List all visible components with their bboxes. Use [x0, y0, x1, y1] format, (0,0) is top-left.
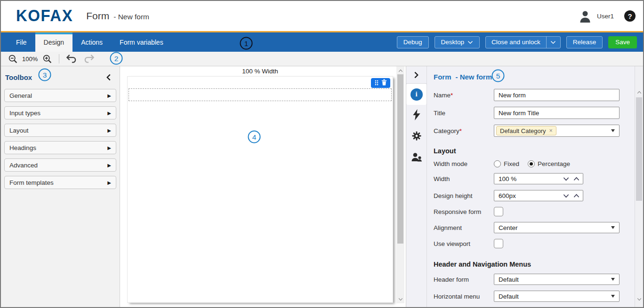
properties-title: Form - New form: [434, 73, 620, 81]
dropdown-arrow-icon: [611, 278, 615, 281]
main-area: Toolbox General ▶ Input types ▶ Layout ▶…: [1, 66, 643, 307]
zoom-out-icon[interactable]: [7, 53, 18, 64]
required-asterisk: *: [451, 92, 453, 99]
close-and-unlock-split-button: Close and unlock: [485, 36, 561, 48]
width-mode-label: Width mode: [434, 160, 494, 167]
name-field[interactable]: [494, 89, 620, 101]
toolbox-item-label: Input types: [9, 110, 40, 117]
page-title: Form - New form: [86, 10, 149, 22]
expand-right-icon: ▶: [107, 145, 111, 150]
properties-scrollbar-thumb[interactable]: [636, 97, 642, 201]
scroll-down-icon[interactable]: [396, 296, 404, 302]
undo-icon[interactable]: [65, 53, 77, 64]
tab-form-variables[interactable]: Form variables: [111, 32, 172, 52]
percentage-radio[interactable]: [528, 160, 535, 167]
kofax-logo: KOFAX: [16, 7, 73, 25]
save-button[interactable]: Save: [608, 36, 637, 48]
width-mode-radio-group: Fixed Percentage: [494, 160, 576, 167]
collapse-properties-icon[interactable]: [406, 66, 427, 84]
toolbox-item-layout[interactable]: Layout ▶: [4, 124, 116, 137]
toolbox-item-form-templates[interactable]: Form templates ▶: [4, 176, 116, 189]
toolbox-item-general[interactable]: General ▶: [4, 89, 116, 102]
title-field[interactable]: [494, 107, 620, 119]
responsive-form-checkbox[interactable]: [494, 207, 503, 216]
toolbox-item-label: General: [9, 92, 32, 99]
tab-settings[interactable]: [406, 126, 427, 147]
release-button[interactable]: Release: [566, 36, 603, 48]
toolbox-item-input-types[interactable]: Input types ▶: [4, 106, 116, 119]
toolbox-item-headings[interactable]: Headings ▶: [4, 141, 116, 154]
tab-actions[interactable]: Actions: [72, 32, 111, 52]
decrement-icon[interactable]: [563, 194, 569, 198]
category-tag-label: Default Category: [500, 127, 546, 134]
drag-handle-icon[interactable]: [375, 79, 378, 87]
device-selector-button[interactable]: Desktop: [435, 36, 480, 48]
properties-panel: i: [406, 66, 643, 307]
user-name[interactable]: User1: [597, 13, 614, 20]
close-and-unlock-caret-button[interactable]: [546, 37, 560, 48]
properties-content: Form - New form Name* Title: [427, 66, 635, 307]
properties-scrollbar[interactable]: [635, 66, 643, 307]
use-viewport-checkbox[interactable]: [494, 239, 503, 248]
alignment-select[interactable]: Center: [494, 222, 620, 233]
tab-general-info[interactable]: i: [406, 84, 427, 105]
canvas-scrollbar-thumb[interactable]: [397, 74, 403, 244]
category-combobox[interactable]: Default Category ×: [494, 125, 620, 137]
empty-row-dropzone[interactable]: [129, 88, 392, 101]
scroll-up-icon[interactable]: [635, 89, 643, 95]
decrement-icon[interactable]: [563, 177, 569, 181]
design-height-stepper[interactable]: 600px: [494, 190, 583, 201]
delete-row-button[interactable]: [381, 79, 387, 87]
fixed-radio[interactable]: [494, 160, 501, 167]
collapse-toolbox-icon[interactable]: [106, 74, 111, 81]
tab-design[interactable]: Design: [35, 32, 73, 52]
people-icon: [411, 152, 422, 164]
header-form-value: Default: [499, 276, 519, 283]
canvas-scrollbar[interactable]: [396, 66, 404, 303]
expand-right-icon: ▶: [107, 180, 111, 185]
expand-right-icon: ▶: [107, 163, 111, 168]
app-window: KOFAX Form - New form User1 ? File Desig…: [0, 0, 644, 308]
properties-title-sub: - New form: [456, 73, 492, 81]
toolbox-title: Toolbox: [5, 73, 32, 81]
required-asterisk: *: [459, 127, 462, 134]
debug-button[interactable]: Debug: [397, 36, 429, 48]
toolbox-item-advanced[interactable]: Advanced ▶: [4, 158, 116, 172]
scroll-up-icon[interactable]: [396, 67, 404, 74]
remove-tag-icon[interactable]: ×: [549, 127, 553, 134]
help-button[interactable]: ?: [624, 10, 636, 22]
tab-roles[interactable]: [406, 147, 427, 168]
width-stepper[interactable]: 100 %: [494, 173, 583, 184]
tab-events[interactable]: [406, 105, 427, 126]
user-avatar-icon: [577, 8, 593, 24]
form-canvas[interactable]: [127, 76, 393, 303]
row-toolbar-badge: [371, 78, 390, 88]
expand-right-icon: ▶: [107, 93, 111, 98]
title-label: Title: [434, 110, 494, 117]
toolbox-item-label: Advanced: [9, 162, 38, 169]
annotation-4: 4: [248, 131, 261, 143]
canvas-width-label: 100 % Width: [127, 68, 393, 75]
horizontal-menu-select[interactable]: Default: [494, 291, 620, 302]
menu-action-buttons: Debug Desktop Close and unlock R: [397, 32, 643, 52]
width-value: 100 %: [499, 175, 516, 182]
page-title-main: Form: [86, 10, 109, 22]
width-label: Width: [434, 175, 494, 182]
toolbox-panel: Toolbox General ▶ Input types ▶ Layout ▶…: [1, 66, 120, 307]
percentage-radio-label[interactable]: Percentage: [538, 160, 570, 167]
increment-icon[interactable]: [573, 177, 580, 181]
close-and-unlock-button[interactable]: Close and unlock: [486, 37, 546, 48]
annotation-1: 1: [240, 37, 253, 50]
scroll-down-icon[interactable]: [635, 296, 643, 302]
increment-icon[interactable]: [573, 194, 580, 198]
alignment-label: Alignment: [434, 224, 494, 231]
header-form-select[interactable]: Default: [494, 274, 620, 285]
fixed-radio-label[interactable]: Fixed: [504, 160, 519, 167]
zoom-in-icon[interactable]: [41, 53, 53, 64]
device-selector-label: Desktop: [441, 39, 465, 46]
category-label: Category*: [434, 127, 494, 134]
tab-file[interactable]: File: [8, 32, 35, 52]
dropdown-arrow-icon: [611, 226, 615, 229]
page-title-sub: - New form: [113, 13, 149, 21]
toolbox-item-label: Form templates: [9, 179, 54, 186]
